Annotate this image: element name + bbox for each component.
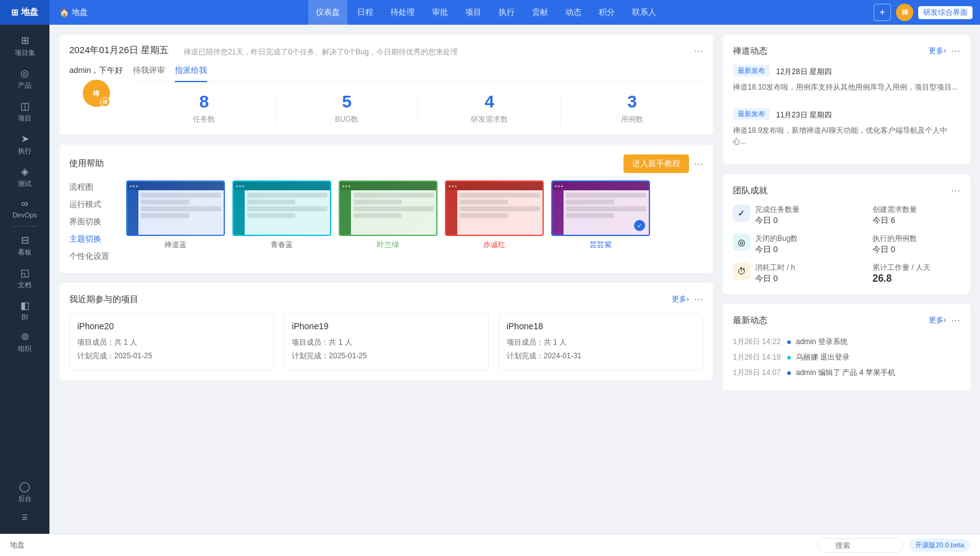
devops-icon: ∞ xyxy=(21,198,28,209)
menu-item-schedule[interactable]: 日程 xyxy=(350,0,381,25)
sidebar-item-project[interactable]: ◫ 项目 xyxy=(0,95,49,128)
project-card-iphone19[interactable]: iPhone19 项目成员：共 1 人 计划完成：2025-01-25 xyxy=(284,313,488,371)
welcome-date: 2024年01月26日 星期五 xyxy=(69,44,169,56)
menu-item-activity[interactable]: 动态 xyxy=(558,0,589,25)
tab-pending-review[interactable]: 待我评审 xyxy=(133,65,165,82)
help-menu-flowchart[interactable]: 流程图 xyxy=(69,180,119,194)
kanban-icon: ⊟ xyxy=(21,234,29,246)
projectset-icon: ⊞ xyxy=(21,35,29,46)
project-card-iphone20[interactable]: iPhone20 项目成员：共 1 人 计划完成：2025-01-25 xyxy=(69,313,274,371)
project-card-iphone18[interactable]: iPhone18 项目成员：共 1 人 计划完成：2024-01-31 xyxy=(499,313,703,371)
theme-preview-purple: ✓ xyxy=(551,180,650,236)
main-layout: ⊞ 项目集 ◎ 产品 ◫ 项目 ➤ 执行 ◈ 测试 ∞ DevOps ⊟ 看板 … xyxy=(0,25,980,534)
sidebar-item-execution[interactable]: ➤ 执行 xyxy=(0,128,49,161)
help-more-button[interactable]: ··· xyxy=(694,158,703,171)
welcome-date-block: 2024年01月26日 星期五 xyxy=(69,44,169,56)
activity-dot-3 xyxy=(787,371,791,375)
activity-item-1: 1月26日 14:22 admin 登录系统 xyxy=(733,334,960,350)
team-achievements-header: 团队成就 ··· xyxy=(733,184,960,197)
news-more-link[interactable]: 更多› xyxy=(929,46,946,56)
theme-card-red[interactable]: 赤诚红 xyxy=(445,180,544,263)
news-item-1-header: 最新发布 12月28日 星期四 xyxy=(733,65,960,79)
team-stat-req-content: 创建需求数量 今日 6 xyxy=(872,204,960,226)
sidebar: ⊞ 项目集 ◎ 产品 ◫ 项目 ➤ 执行 ◈ 测试 ∞ DevOps ⊟ 看板 … xyxy=(0,25,49,534)
theme-card-purple[interactable]: ✓ 芸芸紫 xyxy=(551,180,650,263)
sidebar-item-product[interactable]: ◎ 产品 xyxy=(0,62,49,95)
stat-bugs-number: 5 xyxy=(285,92,408,112)
logo-icon: ⊞ xyxy=(11,7,19,17)
team-stat-req-label: 创建需求数量 xyxy=(872,204,960,215)
team-stat-cases: 执行的用例数 今日 0 xyxy=(850,234,960,255)
search-input[interactable] xyxy=(817,538,904,553)
test-icon: ◈ xyxy=(21,166,28,177)
sidebar-menu-toggle[interactable]: ☰ xyxy=(0,508,49,526)
help-header: 使用帮助 进入新手教程 ··· xyxy=(69,154,703,173)
app-logo[interactable]: ⊞ 地盘 xyxy=(0,0,49,25)
sidebar-item-admin[interactable]: ◯ 后台 xyxy=(0,476,49,508)
sidebar-item-org[interactable]: ⊚ 组织 xyxy=(0,326,49,358)
projects-more-button[interactable]: ··· xyxy=(694,293,703,306)
news-text-1: 禅道18.10发布啦，用例库支持从其他用例库导入用例，项目型项目... xyxy=(733,82,960,93)
team-stat-bugs-label: 关闭的Bug数 xyxy=(755,234,843,244)
welcome-stats-area: 待我评审 指派给我 8 任务数 5 BUG数 xyxy=(133,65,703,125)
theme-card-cyan[interactable]: 青春蓝 xyxy=(232,180,331,263)
theme-card-green[interactable]: 叶兰绿 xyxy=(339,180,437,263)
sidebar-item-docs[interactable]: ◱ 文档 xyxy=(0,262,49,295)
help-menu-interface[interactable]: 界面切换 xyxy=(69,215,119,229)
menu-item-contribution[interactable]: 贡献 xyxy=(525,0,555,25)
team-stat-requirements: 创建需求数量 今日 6 xyxy=(850,204,960,226)
sidebar-item-test[interactable]: ◈ 测试 xyxy=(0,161,49,193)
sidebar-item-projectset[interactable]: ⊞ 项目集 xyxy=(0,30,49,62)
theme-preview-red xyxy=(445,180,544,236)
menu-item-contacts[interactable]: 联系人 xyxy=(625,0,664,25)
activity-more-button[interactable]: ··· xyxy=(951,314,960,327)
home-link[interactable]: 🏠 地盘 xyxy=(49,7,98,18)
help-title: 使用帮助 xyxy=(69,158,104,169)
news-more-button[interactable]: ··· xyxy=(951,44,960,57)
activity-item-3: 1月26日 14:07 admin 编辑了 产品 4 苹果手机 xyxy=(733,365,960,381)
help-menu-personalize[interactable]: 个性化设置 xyxy=(69,250,119,263)
user-avatar[interactable]: 禅 xyxy=(896,4,913,21)
menu-item-execution[interactable]: 执行 xyxy=(491,0,522,25)
activity-dot-2 xyxy=(787,356,791,360)
docs-icon: ◱ xyxy=(20,267,30,279)
team-stat-bugs-value: 今日 0 xyxy=(755,244,843,255)
activity-text-2: 乌丽娜 退出登录 xyxy=(796,352,960,363)
theme-selected-check: ✓ xyxy=(634,220,645,231)
tutorial-button[interactable]: 进入新手教程 xyxy=(623,154,689,173)
theme-label-green: 叶兰绿 xyxy=(377,240,399,250)
menu-item-approval[interactable]: 审批 xyxy=(425,0,455,25)
sidebar-item-devops[interactable]: ∞ DevOps xyxy=(0,193,49,224)
help-menu-runmode[interactable]: 运行模式 xyxy=(69,198,119,211)
projects-more-link[interactable]: 更多› xyxy=(672,294,689,305)
tab-assigned-to-me[interactable]: 指派给我 xyxy=(175,65,207,82)
stat-tasks: 8 任务数 xyxy=(133,92,276,125)
stat-cases-label: 用例数 xyxy=(571,114,693,125)
activity-title: 最新动态 xyxy=(733,315,767,326)
team-achievements-more-button[interactable]: ··· xyxy=(951,184,960,197)
menu-item-pending[interactable]: 待处理 xyxy=(383,0,422,25)
sidebar-divider xyxy=(12,226,37,227)
theme-label-red: 赤诚红 xyxy=(483,240,505,250)
help-menu-theme[interactable]: 主题切换 xyxy=(69,232,119,246)
sidebar-item-bi[interactable]: ◧ BI xyxy=(0,295,49,326)
product-icon: ◎ xyxy=(20,67,29,79)
theme-grid: 禅道蓝 xyxy=(126,180,703,263)
bottom-search: 开源版20.0.beta xyxy=(817,538,970,553)
project-name-iphone19: iPhone19 xyxy=(292,321,480,331)
project-info-iphone18: 项目成员：共 1 人 计划完成：2024-01-31 xyxy=(507,336,695,363)
add-button[interactable]: + xyxy=(874,4,891,21)
interface-badge[interactable]: 研发综合界面 xyxy=(918,6,973,19)
theme-card-blue[interactable]: 禅道蓝 xyxy=(126,180,225,263)
activity-more-link[interactable]: 更多› xyxy=(929,315,946,326)
team-stat-hours-value: 今日 0 xyxy=(755,273,843,284)
menu-item-project[interactable]: 项目 xyxy=(458,0,489,25)
sidebar-item-kanban[interactable]: ⊟ 看板 xyxy=(0,229,49,262)
open-source-badge[interactable]: 开源版20.0.beta xyxy=(909,539,970,552)
right-column: 禅道动态 更多› ··· 最新发布 12月28日 星期四 禅道18.10发布啦，… xyxy=(723,35,970,524)
theme-preview-green xyxy=(339,180,437,236)
menu-item-points[interactable]: 积分 xyxy=(591,0,622,25)
welcome-more-button[interactable]: ··· xyxy=(694,44,703,57)
menu-item-dashboard[interactable]: 仪表盘 xyxy=(308,0,347,25)
sidebar-bottom: ◯ 后台 ☰ xyxy=(0,476,49,534)
